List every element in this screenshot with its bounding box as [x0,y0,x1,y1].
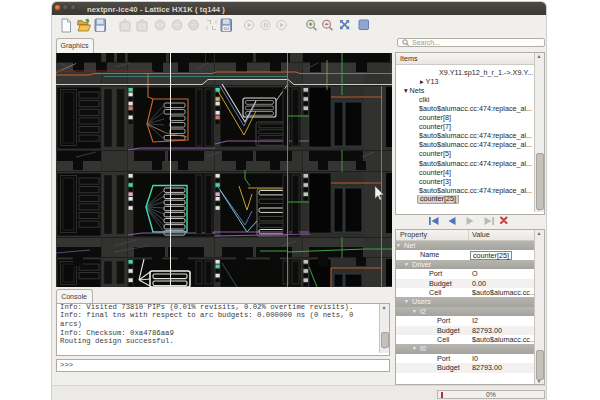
svg-text:101: 101 [223,27,229,31]
